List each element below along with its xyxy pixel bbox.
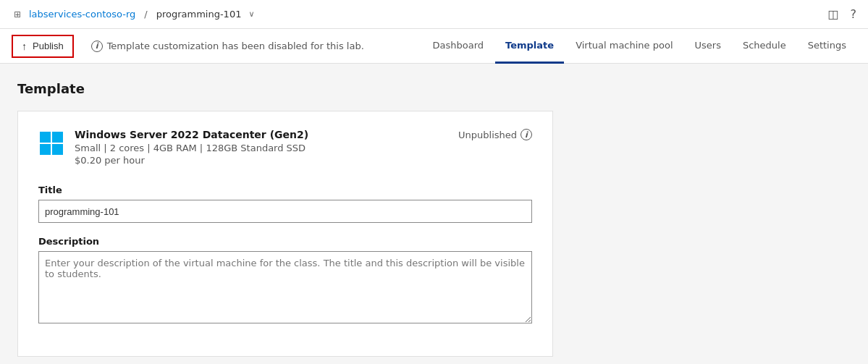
- vm-price: $0.20 per hour: [75, 155, 308, 166]
- description-textarea[interactable]: [38, 251, 532, 323]
- main-content: Template Windows Server 2022 Datacenter …: [0, 64, 868, 364]
- vm-details: Windows Server 2022 Datacenter (Gen2) Sm…: [75, 129, 308, 167]
- monitor-icon[interactable]: ◫: [827, 7, 838, 21]
- svg-rect-0: [40, 132, 51, 143]
- title-input[interactable]: [38, 200, 532, 223]
- unpublished-label: Unpublished: [458, 130, 517, 140]
- info-message-text: Template customization has been disabled…: [107, 41, 364, 51]
- vm-info-row: Windows Server 2022 Datacenter (Gen2) Sm…: [38, 129, 532, 167]
- publish-label: Publish: [33, 41, 64, 51]
- unpublished-badge: Unpublished i: [458, 129, 532, 140]
- breadcrumb-lab-name: programming-101: [156, 9, 242, 20]
- breadcrumb-separator: /: [144, 9, 147, 20]
- top-bar: ⊞ labservices-contoso-rg / programming-1…: [0, 0, 868, 29]
- vm-name: Windows Server 2022 Datacenter (Gen2): [75, 129, 308, 140]
- tab-settings[interactable]: Settings: [798, 29, 856, 64]
- windows-logo-icon: [38, 130, 64, 156]
- svg-rect-2: [40, 144, 51, 155]
- action-bar: ↑ Publish i Template customization has b…: [0, 29, 868, 64]
- description-form-group: Description: [38, 236, 532, 326]
- page-title: Template: [17, 81, 851, 96]
- vm-size: Small | 2 cores | 4GB RAM | 128GB Standa…: [75, 143, 308, 153]
- title-label: Title: [38, 185, 532, 195]
- upload-icon: ↑: [22, 41, 27, 52]
- svg-rect-3: [52, 144, 63, 155]
- publish-button[interactable]: ↑ Publish: [12, 35, 74, 58]
- breadcrumb-resource-group[interactable]: labservices-contoso-rg: [29, 9, 135, 20]
- chevron-down-icon[interactable]: ∨: [248, 9, 254, 19]
- template-card: Windows Server 2022 Datacenter (Gen2) Sm…: [17, 111, 553, 357]
- resource-group-icon: ⊞: [12, 9, 23, 20]
- unpublished-info-icon[interactable]: i: [521, 129, 532, 140]
- info-icon: i: [91, 41, 103, 52]
- tab-vm-pool[interactable]: Virtual machine pool: [565, 29, 683, 64]
- tab-dashboard[interactable]: Dashboard: [423, 29, 494, 64]
- svg-rect-1: [52, 132, 63, 143]
- vm-left: Windows Server 2022 Datacenter (Gen2) Sm…: [38, 129, 308, 167]
- tab-users[interactable]: Users: [685, 29, 731, 64]
- description-label: Description: [38, 236, 532, 247]
- tab-template[interactable]: Template: [495, 29, 564, 64]
- top-bar-actions: ◫ ?: [827, 7, 856, 21]
- title-form-group: Title: [38, 185, 532, 223]
- help-icon[interactable]: ?: [851, 7, 857, 21]
- tab-schedule[interactable]: Schedule: [733, 29, 796, 64]
- info-message-container: i Template customization has been disabl…: [91, 41, 364, 52]
- nav-tabs: Dashboard Template Virtual machine pool …: [423, 29, 856, 64]
